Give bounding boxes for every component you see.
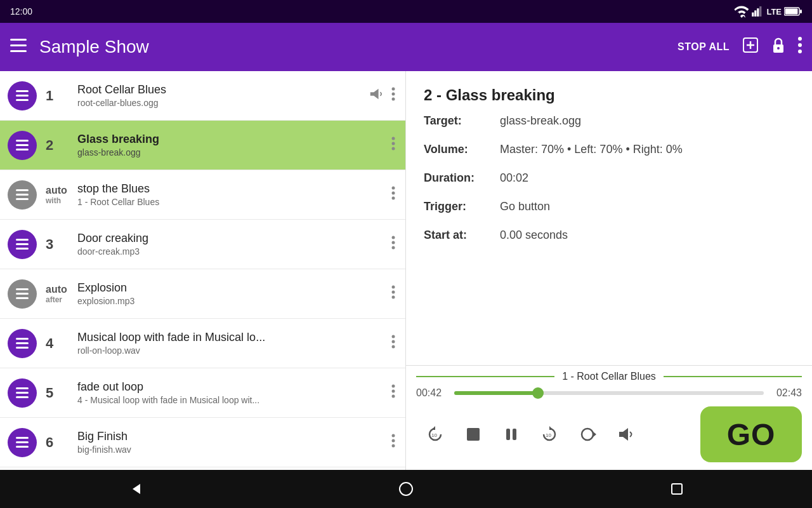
more-icon-4[interactable] <box>389 233 398 255</box>
rewind-button[interactable]: 10 <box>416 418 454 451</box>
svg-point-15 <box>798 37 802 41</box>
forward-button[interactable]: 10 <box>530 418 568 451</box>
cue-name-6: Musical loop with fade in Musical lo... <box>77 331 389 344</box>
cue-file-8: big-finish.wav <box>77 444 389 455</box>
svg-point-35 <box>392 340 395 344</box>
more-icon-5[interactable] <box>389 283 398 305</box>
svg-point-53 <box>400 483 412 495</box>
cue-actions-1 <box>369 84 398 107</box>
svg-marker-43 <box>431 426 435 430</box>
cue-item-7[interactable]: 5 fade out loop 4 - Musical loop with fa… <box>0 368 405 418</box>
detail-volume-row: Volume: Master: 70% • Left: 70% • Right:… <box>424 143 794 156</box>
svg-point-17 <box>798 50 802 53</box>
trigger-value: Go button <box>500 200 794 213</box>
cue-list: 1 Root Cellar Blues root-cellar-blues.og… <box>0 71 406 470</box>
svg-point-20 <box>392 93 395 96</box>
volume-icon-1 <box>369 87 383 104</box>
progress-thumb[interactable] <box>532 387 544 399</box>
svg-rect-7 <box>10 39 27 41</box>
progress-fill <box>454 391 538 395</box>
cue-icon-4 <box>8 230 37 259</box>
stop-all-button[interactable]: STOP ALL <box>678 41 730 53</box>
stop-button[interactable] <box>454 418 492 451</box>
more-options-icon[interactable] <box>798 37 802 57</box>
svg-point-25 <box>392 187 395 190</box>
svg-rect-9 <box>10 50 27 52</box>
cue-actions-4 <box>389 233 398 255</box>
svg-point-31 <box>392 286 395 289</box>
startat-value: 0.00 seconds <box>500 229 794 242</box>
svg-rect-2 <box>757 8 759 17</box>
svg-marker-51 <box>619 428 628 441</box>
cue-name-1: Root Cellar Blues <box>77 83 369 97</box>
svg-marker-48 <box>549 426 553 430</box>
cue-item-5[interactable]: autoafter Explosion explosion.mp3 <box>0 269 405 319</box>
volume-button[interactable] <box>606 418 645 451</box>
svg-point-24 <box>392 147 395 150</box>
header-actions: STOP ALL <box>678 37 802 57</box>
now-playing-track: 1 - Root Cellar Blues <box>416 366 802 385</box>
header: Sample Show STOP ALL <box>0 23 812 71</box>
cue-number-7: 5 <box>46 385 77 401</box>
loop-button[interactable] <box>568 418 606 451</box>
cue-icon-7 <box>8 378 37 408</box>
pause-button[interactable] <box>492 418 530 451</box>
cue-info-3: stop the Blues 1 - Root Cellar Blues <box>77 182 389 207</box>
back-button[interactable] <box>122 476 148 502</box>
cue-item-6[interactable]: 4 Musical loop with fade in Musical lo..… <box>0 319 405 368</box>
status-icons: LTE <box>733 4 802 19</box>
detail-duration-row: Duration: 00:02 <box>424 171 794 185</box>
cue-actions-8 <box>389 431 398 453</box>
svg-rect-1 <box>755 10 757 17</box>
svg-point-42 <box>392 444 395 448</box>
cue-info-5: Explosion explosion.mp3 <box>77 281 389 306</box>
cue-item-8[interactable]: 6 Big Finish big-finish.wav <box>0 418 405 467</box>
svg-point-29 <box>392 241 395 244</box>
svg-rect-3 <box>760 6 762 17</box>
menu-icon[interactable] <box>10 39 27 55</box>
svg-point-16 <box>798 43 802 47</box>
cue-name-4: Door creaking <box>77 232 389 245</box>
more-icon-8[interactable] <box>389 431 398 453</box>
status-bar: 12:00 LTE <box>0 0 812 23</box>
cue-icon-1 <box>8 81 37 110</box>
more-icon-7[interactable] <box>389 382 398 404</box>
more-icon-6[interactable] <box>389 332 398 354</box>
current-time: 00:42 <box>416 387 448 399</box>
svg-rect-45 <box>467 428 480 441</box>
cue-file-5: explosion.mp3 <box>77 296 389 306</box>
cue-item-1[interactable]: 1 Root Cellar Blues root-cellar-blues.og… <box>0 71 405 121</box>
cue-detail-body: Target: glass-break.ogg Volume: Master: … <box>406 114 812 365</box>
cue-item-3[interactable]: autowith stop the Blues 1 - Root Cellar … <box>0 170 405 220</box>
cue-name-3: stop the Blues <box>77 182 389 196</box>
cue-number-auto-3: autowith <box>46 185 77 205</box>
track-line-left <box>416 376 554 377</box>
svg-point-41 <box>392 439 395 443</box>
cue-number-6: 4 <box>46 335 77 352</box>
go-button[interactable]: GO <box>700 406 802 462</box>
cue-file-6: roll-on-loop.wav <box>77 345 389 356</box>
more-icon-2[interactable] <box>389 134 398 156</box>
more-icon-3[interactable] <box>389 184 398 206</box>
progress-bar[interactable] <box>454 391 764 395</box>
cue-detail: 2 - Glass breaking Target: glass-break.o… <box>406 71 812 470</box>
more-icon-1[interactable] <box>389 84 398 107</box>
cue-item-4[interactable]: 3 Door creaking door-creak.mp3 <box>0 220 405 269</box>
cue-icon-8 <box>8 428 37 457</box>
cue-detail-title: 2 - Glass breaking <box>406 71 812 114</box>
recents-button[interactable] <box>664 476 690 502</box>
cue-number-2: 2 <box>46 137 77 154</box>
volume-label: Volume: <box>424 143 500 156</box>
cue-file-1: root-cellar-blues.ogg <box>77 98 369 108</box>
cue-actions-5 <box>389 283 398 305</box>
add-cue-button[interactable] <box>742 37 759 57</box>
home-button[interactable] <box>393 476 419 502</box>
svg-text:10: 10 <box>546 432 551 438</box>
detail-target-row: Target: glass-break.ogg <box>424 114 794 128</box>
status-time: 12:00 <box>10 6 32 17</box>
cue-file-4: door-creak.mp3 <box>77 246 389 257</box>
cue-item-2[interactable]: 2 Glass breaking glass-break.ogg <box>0 121 405 170</box>
lock-icon[interactable] <box>771 37 785 57</box>
cue-name-2: Glass breaking <box>77 133 389 146</box>
svg-rect-0 <box>752 13 754 17</box>
